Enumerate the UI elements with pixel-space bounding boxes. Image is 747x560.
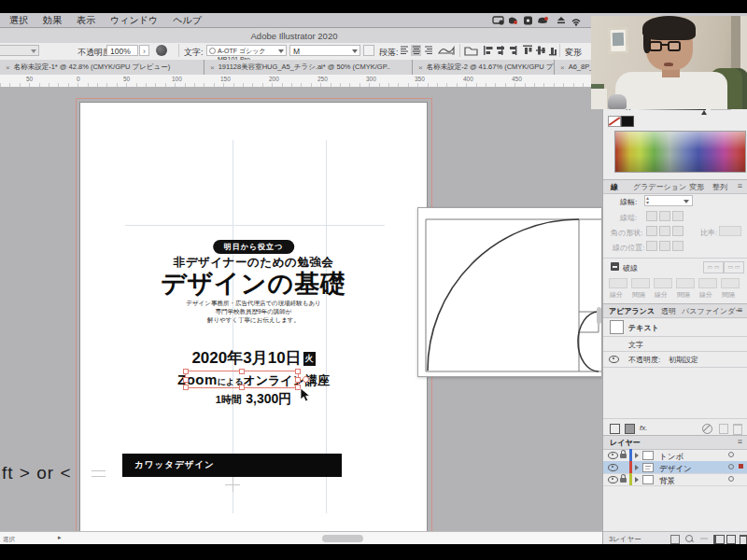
document-tab-2[interactable]: × 191128美容室HUG_A5_チラシ.ai* @ 50% (CMYK/GP… xyxy=(204,60,413,75)
tab-appearance[interactable]: アピアランス xyxy=(609,306,655,316)
duplicate-item-icon[interactable] xyxy=(719,424,728,434)
visibility-eye-icon[interactable] xyxy=(609,356,619,363)
scroll-left-arrow-icon[interactable]: ▸ xyxy=(58,534,62,541)
tab-stroke[interactable]: 線 xyxy=(611,182,618,192)
visibility-eye-icon[interactable] xyxy=(608,464,618,471)
layer-row-design[interactable]: デザイン xyxy=(603,461,747,474)
dash-field-2[interactable] xyxy=(654,278,672,288)
globe-icon[interactable] xyxy=(156,45,167,56)
make-mask-icon[interactable] xyxy=(700,538,708,539)
menu-item-help[interactable]: ヘルプ xyxy=(173,14,202,27)
new-fill-icon[interactable] xyxy=(625,424,635,434)
menu-item-window[interactable]: ウィンドウ xyxy=(110,14,158,27)
disclosure-triangle-icon[interactable] xyxy=(635,465,639,470)
menu-item-view[interactable]: 表示 xyxy=(77,14,95,27)
k-slider-handle[interactable] xyxy=(701,110,707,115)
tab-transparency[interactable]: 透明 xyxy=(661,306,676,316)
tab-pathfinder[interactable]: パスファインダー xyxy=(682,306,742,316)
corner-bevel-button[interactable] xyxy=(672,226,684,236)
selection-anchor-circle[interactable] xyxy=(303,376,309,383)
font-family-select[interactable]: A-OTF ゴシックMB101 Pro xyxy=(206,45,287,56)
close-icon[interactable]: × xyxy=(210,63,215,72)
align-objects-buttons[interactable] xyxy=(484,45,557,56)
align-outside-button[interactable] xyxy=(672,241,684,251)
selection-handle[interactable] xyxy=(295,369,301,374)
new-sublayer-icon[interactable] xyxy=(713,535,725,544)
layer-row-tombo[interactable]: トンボ xyxy=(603,449,747,462)
lock-icon[interactable] xyxy=(620,478,627,483)
visibility-eye-icon[interactable] xyxy=(608,476,618,483)
selection-handle[interactable] xyxy=(295,377,301,383)
layer-target-circle[interactable] xyxy=(728,464,734,469)
stroke-swatch-black[interactable] xyxy=(621,116,634,127)
close-icon[interactable]: × xyxy=(6,63,10,72)
paragraph-align-buttons[interactable] xyxy=(400,45,433,56)
selection-handle[interactable] xyxy=(183,385,189,390)
layer-target-circle[interactable] xyxy=(728,476,734,482)
horizontal-ruler[interactable]: 50 0 50 100 150 200 250 300 350 400 450 xyxy=(0,75,602,88)
tab-gradient[interactable]: グラデーション xyxy=(633,182,686,192)
lock-icon[interactable] xyxy=(620,454,627,458)
selection-handle[interactable] xyxy=(183,369,189,374)
fill-swatch-none[interactable] xyxy=(608,116,621,127)
opacity-input[interactable]: 100% xyxy=(106,45,138,56)
appearance-item-text[interactable]: テキスト xyxy=(628,323,659,333)
close-icon[interactable]: × xyxy=(418,63,423,72)
align-inside-button[interactable] xyxy=(659,241,670,251)
selection-handle[interactable] xyxy=(239,369,245,374)
close-icon[interactable]: × xyxy=(560,63,565,72)
dash-field-1[interactable] xyxy=(609,278,627,288)
color-spectrum-bar[interactable] xyxy=(614,131,746,173)
fx-icon[interactable]: fx. xyxy=(640,424,647,432)
stepper-arrows-icon[interactable]: ▴▾ xyxy=(646,196,649,205)
cap-butt-button[interactable] xyxy=(646,211,657,221)
disclosure-triangle-icon[interactable] xyxy=(635,453,639,458)
font-style-select[interactable]: M xyxy=(289,45,360,56)
layer-row-background[interactable]: 背景 xyxy=(603,473,747,486)
artboard-tool-icon[interactable] xyxy=(464,45,479,56)
gap-field-1[interactable] xyxy=(631,278,650,288)
new-stroke-icon[interactable] xyxy=(610,424,620,434)
collect-for-export-icon[interactable] xyxy=(670,535,680,544)
new-layer-icon[interactable] xyxy=(726,535,736,544)
cap-projecting-button[interactable] xyxy=(672,211,684,221)
dashed-line-checkbox[interactable] xyxy=(611,262,619,271)
selection-handle[interactable] xyxy=(239,385,245,390)
panel-menu-icon[interactable]: ≡ xyxy=(738,181,742,190)
disclosure-triangle-icon[interactable] xyxy=(635,477,639,483)
tab-layers[interactable]: レイヤー xyxy=(610,438,641,448)
font-size-stepper[interactable] xyxy=(363,45,374,56)
menubar-status-icons[interactable] xyxy=(492,14,587,27)
tab-transform[interactable]: 変形 xyxy=(689,182,704,192)
dash-preserve-button[interactable]: ▭ ▭ xyxy=(703,261,724,273)
gap-field-3[interactable] xyxy=(721,278,740,288)
visibility-eye-icon[interactable] xyxy=(608,452,618,459)
artboard[interactable]: 明日から役立つ 非デザイナーのための勉強会 デザインの基礎 デザイン事務所・広告… xyxy=(79,102,428,531)
appearance-opacity-label[interactable]: 不透明度: xyxy=(628,355,660,365)
layer-target-circle[interactable] xyxy=(728,452,734,457)
text-selection-outline[interactable] xyxy=(185,371,299,388)
opacity-menu-button[interactable]: › xyxy=(139,45,149,56)
golden-ratio-reference-panel[interactable] xyxy=(417,207,602,377)
transform-link[interactable]: 変形 xyxy=(565,47,582,59)
tab-align[interactable]: 整列 xyxy=(712,182,727,192)
gap-field-2[interactable] xyxy=(676,278,695,288)
canvas-pasteboard[interactable]: 明日から役立つ 非デザイナーのための勉強会 デザインの基礎 デザイン事務所・広告… xyxy=(0,87,602,531)
align-center-button[interactable] xyxy=(646,241,657,251)
menu-item-effect[interactable]: 効果 xyxy=(43,14,62,27)
document-tab-1[interactable]: × 名称未設定-1* @ 42.8% (CMYK/GPU プレビュー) xyxy=(0,60,204,75)
menu-item-select[interactable]: 選択 xyxy=(9,14,28,27)
trash-icon[interactable] xyxy=(733,424,742,435)
dash-align-button[interactable]: ▭ ▭ xyxy=(724,261,744,273)
panel-menu-icon[interactable]: ≡ xyxy=(738,305,742,315)
corner-round-button[interactable] xyxy=(659,226,670,236)
dash-field-3[interactable] xyxy=(698,278,717,288)
panel-scrollbar-thumb[interactable] xyxy=(597,307,601,324)
selection-handle[interactable] xyxy=(183,377,189,383)
cap-round-button[interactable] xyxy=(659,211,670,221)
appearance-opacity-value[interactable]: 初期設定 xyxy=(669,355,698,365)
layer-name[interactable]: 背景 xyxy=(659,476,675,487)
clear-appearance-icon[interactable] xyxy=(702,424,712,434)
ratio-input[interactable] xyxy=(719,226,741,236)
locate-object-icon[interactable] xyxy=(685,535,693,542)
